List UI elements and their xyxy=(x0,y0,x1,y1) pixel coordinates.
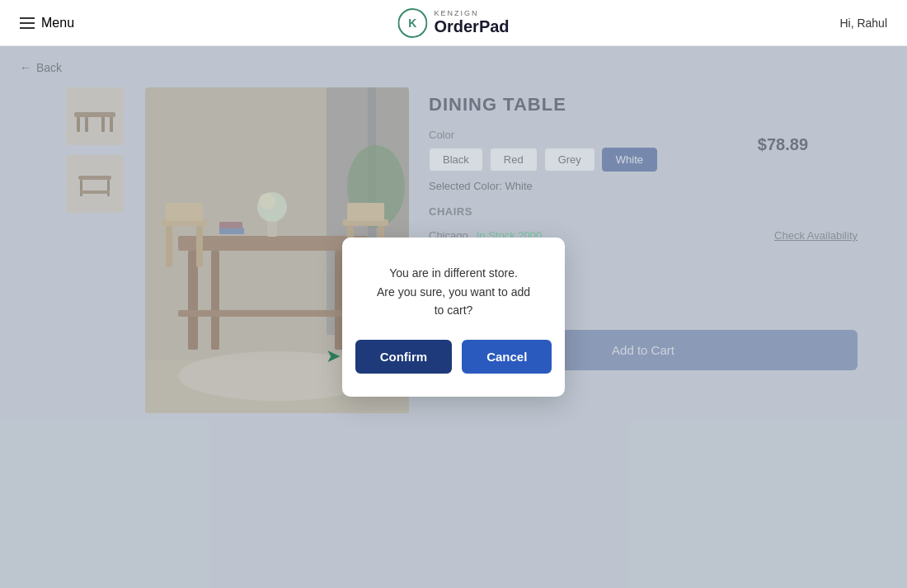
confirm-button[interactable]: Confirm xyxy=(355,340,453,374)
menu-button[interactable]: Menu xyxy=(20,16,74,31)
page-content: ← Back xyxy=(0,46,907,588)
logo: K KENZIGN OrderPad xyxy=(397,8,509,38)
modal-message: You are in different store. Are you sure… xyxy=(375,264,532,319)
arrow-indicator: ➤ xyxy=(326,346,341,367)
modal-buttons: ➤ Confirm Cancel xyxy=(375,340,532,374)
user-greeting: Hi, Rahul xyxy=(839,16,887,30)
confirmation-modal: You are in different store. Are you sure… xyxy=(342,238,565,396)
modal-line1: You are in different store. xyxy=(389,266,518,280)
logo-text: KENZIGN OrderPad xyxy=(434,10,509,36)
svg-text:K: K xyxy=(408,16,416,30)
modal-overlay: You are in different store. Are you sure… xyxy=(0,46,907,588)
menu-label: Menu xyxy=(41,16,74,31)
logo-icon: K xyxy=(397,8,427,38)
modal-line2: Are you sure, you want to add to cart? xyxy=(377,285,530,317)
hamburger-icon xyxy=(20,17,35,29)
logo-main: OrderPad xyxy=(434,17,509,35)
logo-sub: KENZIGN xyxy=(434,10,509,18)
cancel-button[interactable]: Cancel xyxy=(462,340,552,374)
header: Menu K KENZIGN OrderPad Hi, Rahul xyxy=(0,0,907,46)
